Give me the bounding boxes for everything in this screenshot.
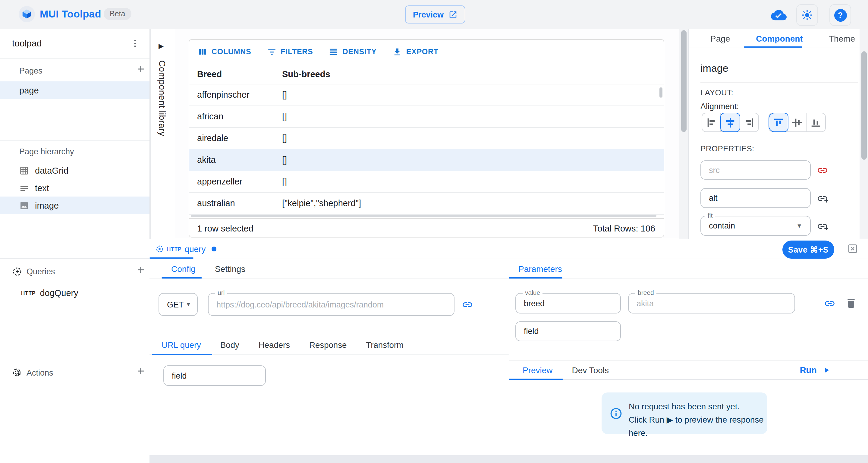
column-header-breed[interactable]: Breed xyxy=(197,69,222,79)
align-left-button[interactable] xyxy=(702,113,721,131)
horizontal-scrollbar-track[interactable] xyxy=(150,455,868,463)
close-icon xyxy=(847,243,858,254)
project-menu-button[interactable] xyxy=(128,36,142,51)
url-query-field[interactable] xyxy=(163,365,266,386)
fit-label: fit xyxy=(705,212,715,219)
canvas-scrollbar[interactable] xyxy=(679,29,688,239)
density-button[interactable]: DENSITY xyxy=(329,47,377,57)
help-button[interactable]: ? xyxy=(830,4,851,26)
url-input[interactable] xyxy=(209,300,454,309)
hierarchy-item-datagrid[interactable]: dataGrid xyxy=(0,161,150,179)
src-field[interactable] xyxy=(701,160,811,180)
alt-input[interactable] xyxy=(701,193,810,203)
cell-breed: appenzeller xyxy=(197,177,242,186)
divider xyxy=(0,141,150,141)
queries-section-header: Queries xyxy=(12,267,55,277)
chevron-down-icon: ▼ xyxy=(796,222,802,229)
datagrid-footer: 1 row selected Total Rows: 106 xyxy=(189,218,664,238)
grid-horizontal-scrollbar-thumb[interactable] xyxy=(191,215,656,217)
tab-preview[interactable]: Preview xyxy=(509,365,562,375)
cell-subbreeds: [] xyxy=(282,155,287,164)
datagrid-component[interactable]: COLUMNS FILTERS DENSITY EXPORT Breed Sub… xyxy=(189,39,664,238)
expand-arrow-icon[interactable]: ▶ xyxy=(158,42,164,50)
tab-theme[interactable]: Theme xyxy=(829,33,855,43)
method-select[interactable]: GET ▼ xyxy=(158,293,198,316)
export-button[interactable]: EXPORT xyxy=(393,47,438,57)
inspector-scrollbar-thumb[interactable] xyxy=(861,51,867,160)
hierarchy-item-text[interactable]: text xyxy=(0,179,150,196)
save-button[interactable]: Save ⌘+S xyxy=(782,241,834,259)
tab-headers[interactable]: Headers xyxy=(249,340,300,349)
align-bottom-button[interactable] xyxy=(807,113,825,131)
param-extra-field[interactable] xyxy=(516,321,621,341)
tab-page[interactable]: Page xyxy=(710,33,730,43)
inspector-scrollbar[interactable] xyxy=(860,29,868,239)
tab-transform[interactable]: Transform xyxy=(356,340,413,349)
table-row[interactable]: appenzeller[] xyxy=(189,171,664,193)
add-page-button[interactable] xyxy=(132,63,150,75)
url-binding-link-icon[interactable] xyxy=(462,299,473,310)
add-action-button[interactable] xyxy=(132,365,150,377)
tab-component[interactable]: Component xyxy=(756,33,803,43)
fit-add-binding-icon[interactable] xyxy=(817,221,828,232)
param-value-field[interactable] xyxy=(516,293,621,313)
preview-button[interactable]: Preview xyxy=(405,5,465,24)
alt-field[interactable] xyxy=(701,188,811,208)
data-grid-icon xyxy=(19,165,29,175)
table-row[interactable]: airedale[] xyxy=(189,127,664,150)
hierarchy-item-image[interactable]: image xyxy=(0,196,150,214)
url-query-input[interactable] xyxy=(164,371,265,380)
param-binding-link-icon[interactable] xyxy=(824,298,835,309)
query-tab[interactable]: HTTP query xyxy=(150,239,868,259)
tab-dev-tools[interactable]: Dev Tools xyxy=(562,365,618,375)
param-name-input[interactable] xyxy=(629,299,795,308)
tab-parameters[interactable]: Parameters xyxy=(509,264,572,273)
param-value-input[interactable] xyxy=(516,299,620,308)
cell-subbreeds: [] xyxy=(282,177,287,186)
table-row[interactable]: affenpinscher[] xyxy=(189,84,664,106)
sidebar-item-page[interactable]: page xyxy=(0,82,150,99)
query-tab-bar: HTTP query xyxy=(150,239,868,259)
params-tabs: Parameters xyxy=(509,259,868,279)
run-button[interactable]: Run xyxy=(800,365,831,375)
request-tabs: URL query Body Headers Response Transfor… xyxy=(150,335,509,355)
queries-section-label: Queries xyxy=(27,267,55,276)
filters-button[interactable]: FILTERS xyxy=(267,47,313,57)
alt-add-binding-icon[interactable] xyxy=(817,193,828,204)
param-extra-input[interactable] xyxy=(516,327,620,336)
tab-response[interactable]: Response xyxy=(300,340,356,349)
align-horizontal-left-icon xyxy=(706,117,717,128)
src-input[interactable] xyxy=(701,165,810,175)
mui-logo-icon xyxy=(21,8,33,20)
cell-subbreeds: ["kelpie","shepherd"] xyxy=(282,198,361,208)
datagrid-header-row: Breed Sub-breeds xyxy=(189,64,664,84)
table-row[interactable]: australian["kelpie","shepherd"] xyxy=(189,192,664,215)
add-query-button[interactable] xyxy=(132,264,150,276)
query-item-dogquery[interactable]: HTTP dogQuery xyxy=(0,284,150,302)
url-field[interactable] xyxy=(208,293,455,316)
param-name-field[interactable] xyxy=(628,293,795,313)
columns-button[interactable]: COLUMNS xyxy=(198,47,251,57)
column-header-subbreeds[interactable]: Sub-breeds xyxy=(282,69,330,79)
close-panel-button[interactable] xyxy=(847,243,858,254)
project-name: toolpad xyxy=(12,38,41,48)
tab-settings[interactable]: Settings xyxy=(205,264,255,273)
src-binding-link-icon[interactable] xyxy=(817,164,828,176)
tab-config[interactable]: Config xyxy=(161,264,205,273)
tab-url-query[interactable]: URL query xyxy=(152,340,211,349)
delete-param-icon[interactable] xyxy=(845,297,857,309)
component-library-strip[interactable]: ▶ Component library xyxy=(150,29,176,239)
align-top-button-active[interactable] xyxy=(769,113,788,132)
align-middle-button[interactable] xyxy=(788,113,807,131)
align-right-button[interactable] xyxy=(740,113,758,131)
table-row[interactable]: african[] xyxy=(189,105,664,128)
canvas-scrollbar-thumb[interactable] xyxy=(681,30,687,132)
active-tab-indicator xyxy=(744,46,802,48)
fit-select[interactable]: contain ▼ xyxy=(701,216,811,236)
image-icon xyxy=(19,200,29,210)
tab-body[interactable]: Body xyxy=(211,340,249,349)
grid-vertical-scrollbar-thumb[interactable] xyxy=(659,87,662,98)
align-center-button-active[interactable] xyxy=(720,113,740,132)
table-row-selected[interactable]: akita[] xyxy=(189,149,664,171)
theme-toggle-button[interactable] xyxy=(796,4,818,26)
